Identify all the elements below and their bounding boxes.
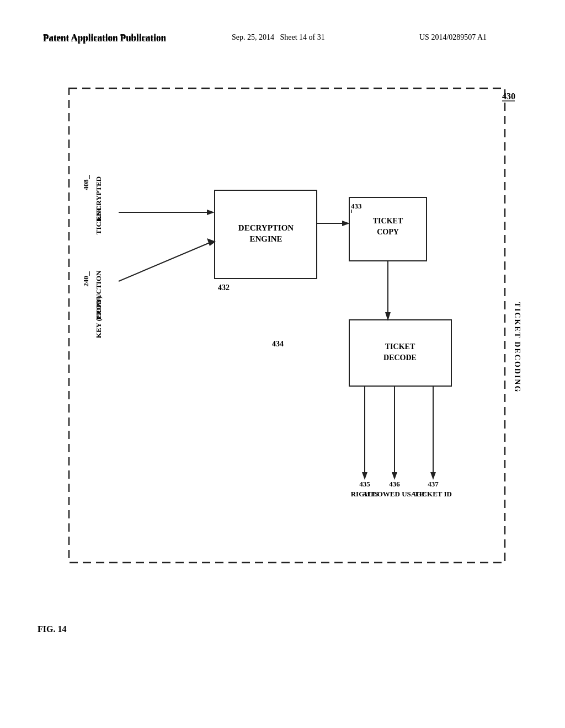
ticket-copy1: TICKET xyxy=(373,217,403,225)
out-ticket-id: TICKET ID xyxy=(414,490,452,498)
out-num-437: 437 xyxy=(428,480,439,488)
svg-marker-26 xyxy=(207,210,215,215)
svg-line-28 xyxy=(119,243,210,281)
ticket-decoding-vertical: TICKET DECODING xyxy=(513,302,521,393)
decrypt-engine1: DECRYPTION xyxy=(238,223,294,232)
svg-marker-43 xyxy=(430,472,436,480)
ticket-decode1: TICKET xyxy=(385,342,415,351)
decrypt-engine2: ENGINE xyxy=(249,234,282,243)
prod-key-label2: KEY (COPY) xyxy=(94,296,103,338)
svg-marker-39 xyxy=(362,472,367,480)
ticket-copy2: COPY xyxy=(377,228,399,236)
out-num-435: 435 xyxy=(359,480,370,488)
sheet-info: Sep. 25, 2014 Sheet 14 of 31 xyxy=(232,33,325,42)
num-434: 434 xyxy=(272,340,284,348)
patent-diagram: 430 TICKET DECODING 408 ENCRYPTED TICKET… xyxy=(30,72,538,601)
num-433: 433 xyxy=(351,202,362,210)
ticket-decode2: DECODE xyxy=(383,354,417,362)
encrypted-label2: TICKET xyxy=(94,206,103,234)
num-408: 408 xyxy=(82,179,90,190)
num-432: 432 xyxy=(218,283,230,292)
svg-marker-41 xyxy=(392,472,397,480)
num-240: 240 xyxy=(82,276,90,287)
svg-marker-32 xyxy=(342,221,350,226)
svg-rect-37 xyxy=(349,320,451,386)
fig-label: FIG. 14 xyxy=(38,624,66,634)
pub-number: US 2014/0289507 A1 xyxy=(419,33,487,42)
out-num-436: 436 xyxy=(389,480,400,488)
num-430: 430 xyxy=(502,92,515,101)
pub-title-display: Patent Application Publication xyxy=(43,33,166,44)
